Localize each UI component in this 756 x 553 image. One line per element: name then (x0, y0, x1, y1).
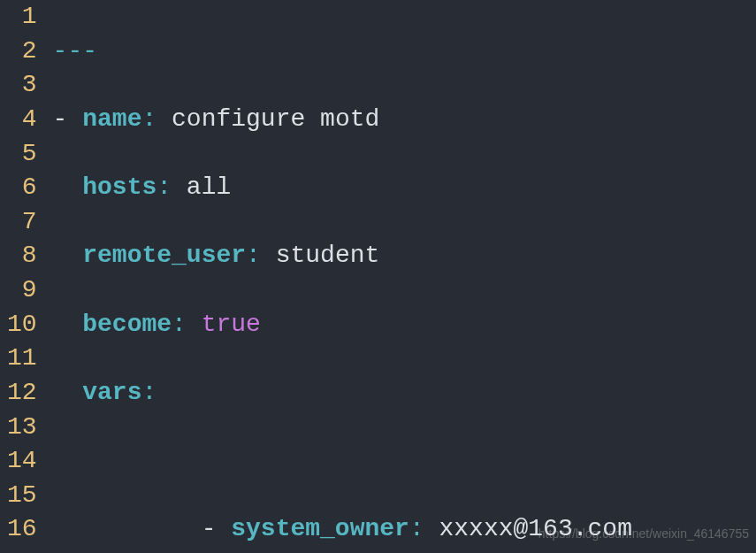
yaml-key: system_owner (231, 515, 409, 542)
line-number: 15 (7, 479, 37, 513)
code-editor: 1 2 3 4 5 6 7 8 9 10 11 12 13 14 15 16 -… (0, 0, 756, 553)
line-number: 10 (7, 308, 37, 342)
code-line: - name: configure motd (53, 103, 632, 137)
colon: : (141, 379, 157, 406)
colon: : (141, 105, 172, 133)
code-line: remote_user: student (53, 239, 632, 273)
line-number: 2 (7, 35, 37, 69)
code-area[interactable]: --- - name: configure motd hosts: all re… (53, 0, 632, 553)
watermark-text: https://blog.csdn.net/weixin_46146755 (538, 526, 749, 542)
line-number: 12 (7, 376, 37, 411)
line-number: 16 (7, 512, 37, 547)
yaml-key: remote_user (82, 242, 246, 269)
code-line: --- (53, 35, 632, 69)
list-dash: - (202, 515, 232, 542)
line-number: 8 (7, 239, 37, 273)
yaml-bool: true (202, 311, 261, 338)
line-number: 11 (7, 342, 37, 376)
line-number: 6 (7, 171, 37, 205)
line-number: 13 (7, 411, 37, 445)
code-line: become: true (53, 308, 632, 342)
line-number: 7 (7, 205, 37, 240)
line-number: 14 (7, 444, 37, 479)
yaml-key: become (82, 311, 172, 338)
line-number-gutter: 1 2 3 4 5 6 7 8 9 10 11 12 13 14 15 16 (0, 0, 53, 553)
line-number: 1 (7, 0, 37, 35)
code-line: vars: (53, 376, 632, 411)
yaml-key: name (82, 105, 141, 133)
yaml-key: hosts (82, 173, 157, 201)
code-line (53, 444, 632, 479)
colon: : (157, 173, 187, 201)
line-number: 3 (7, 68, 37, 103)
colon: : (409, 515, 439, 542)
line-number: 9 (7, 273, 37, 308)
code-line: hosts: all (53, 171, 632, 205)
yaml-value: configure motd (172, 105, 379, 133)
colon: : (172, 311, 202, 338)
yaml-value: student (276, 242, 380, 269)
yaml-value: all (187, 173, 231, 201)
yaml-doc-start: --- (53, 37, 97, 65)
colon: : (246, 242, 276, 269)
list-dash: - (53, 105, 83, 133)
yaml-key: vars (82, 379, 141, 406)
line-number: 4 (7, 103, 37, 137)
line-number: 5 (7, 137, 37, 172)
